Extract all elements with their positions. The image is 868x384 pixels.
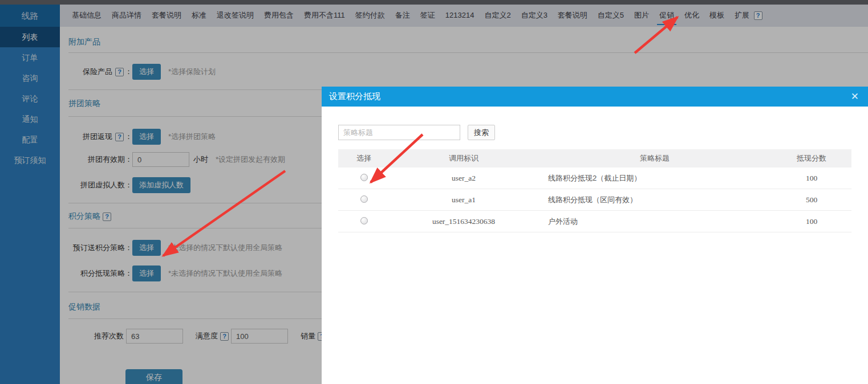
cell-identifier: user_151634230638 <box>390 217 538 226</box>
col-header-identifier: 调用标识 <box>390 153 538 164</box>
cell-score: 500 <box>772 195 851 205</box>
cell-strategy-title: 线路积分抵现（区间有效） <box>538 195 772 205</box>
modal-header: 设置积分抵现 ✕ <box>322 87 868 107</box>
cell-identifier: user_a1 <box>390 195 538 205</box>
radio-select[interactable] <box>360 217 368 224</box>
table-row: user_151634230638 户外活动 100 <box>338 211 851 232</box>
cell-identifier: user_a2 <box>390 174 538 183</box>
cell-score: 100 <box>772 174 851 183</box>
modal-body: 搜索 选择 调用标识 策略标题 抵现分数 user_a2 线路积分抵现2（截止日… <box>322 107 868 232</box>
cell-strategy-title: 户外活动 <box>538 216 772 227</box>
strategy-table: 选择 调用标识 策略标题 抵现分数 user_a2 线路积分抵现2（截止日期） … <box>338 149 851 232</box>
col-header-strategy-title: 策略标题 <box>538 153 772 164</box>
search-button[interactable]: 搜索 <box>468 125 495 140</box>
radio-select[interactable] <box>360 174 368 181</box>
col-header-score: 抵现分数 <box>772 153 851 164</box>
points-deduction-modal: 设置积分抵现 ✕ 搜索 选择 调用标识 策略标题 抵现分数 user_a2 线路… <box>322 87 868 384</box>
col-header-select: 选择 <box>338 153 390 164</box>
table-row: user_a2 线路积分抵现2（截止日期） 100 <box>338 168 851 189</box>
table-row: user_a1 线路积分抵现（区间有效） 500 <box>338 189 851 211</box>
close-icon[interactable]: ✕ <box>851 92 859 101</box>
cell-strategy-title: 线路积分抵现2（截止日期） <box>538 173 772 183</box>
search-row: 搜索 <box>338 125 868 140</box>
modal-title: 设置积分抵现 <box>329 91 851 102</box>
table-header-row: 选择 调用标识 策略标题 抵现分数 <box>338 149 851 168</box>
cell-score: 100 <box>772 217 851 226</box>
radio-select[interactable] <box>360 195 368 203</box>
strategy-title-search-input[interactable] <box>338 125 460 140</box>
